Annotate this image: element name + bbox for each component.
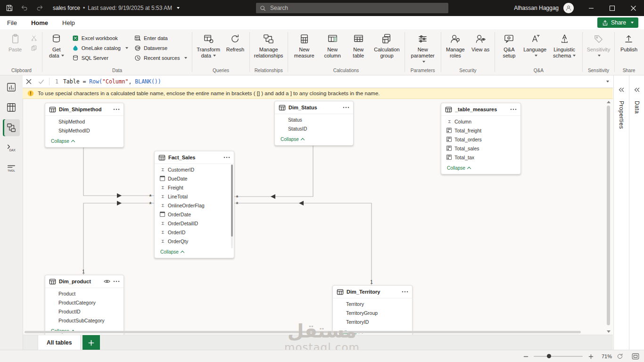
zoom-in-button[interactable]: [587, 353, 594, 360]
formula-cancel-button[interactable]: [23, 75, 35, 88]
maximize-button[interactable]: [602, 0, 623, 16]
manage-roles-button[interactable]: Manage roles: [443, 30, 468, 67]
tab-home[interactable]: Home: [24, 16, 55, 29]
table-card-table-measures[interactable]: _table_measures Column Total_freight Tot…: [441, 103, 521, 174]
table-card-header[interactable]: Dim_Status: [275, 101, 353, 114]
tab-file[interactable]: File: [0, 16, 24, 29]
new-parameter-button[interactable]: New parameter: [407, 30, 439, 67]
fit-to-page-button[interactable]: [632, 353, 639, 360]
table-view-button[interactable]: [3, 99, 20, 116]
zoom-out-button[interactable]: [522, 353, 529, 360]
excel-workbook-button[interactable]: Excel workbook: [69, 33, 131, 43]
formula-commit-button[interactable]: [35, 75, 47, 88]
avatar[interactable]: [563, 3, 574, 13]
share-button[interactable]: Share: [597, 17, 638, 28]
table-card-header[interactable]: Dim_product: [45, 275, 124, 288]
field-row[interactable]: OrderDetailID: [155, 219, 234, 228]
field-row[interactable]: Territory: [333, 299, 412, 308]
enter-data-button[interactable]: Enter data: [132, 33, 190, 43]
publish-button[interactable]: Publish: [617, 30, 641, 67]
more-options-icon[interactable]: [343, 107, 349, 108]
all-tables-tab[interactable]: All tables: [38, 335, 81, 350]
scrollbar-thumb[interactable]: [607, 106, 610, 325]
data-panel[interactable]: Data: [629, 75, 644, 350]
table-card-dim-territory[interactable]: Dim_Territory Territory TerritoryGroup T…: [332, 285, 413, 335]
canvas-horizontal-scrollbar[interactable]: [25, 330, 603, 334]
qa-setup-button[interactable]: Q&A setup: [497, 30, 521, 67]
field-row[interactable]: Product: [45, 289, 124, 298]
collapse-link[interactable]: Collapse: [281, 137, 304, 142]
language-button[interactable]: Language: [522, 30, 548, 67]
linguistic-schema-button[interactable]: Linguistic schema: [549, 30, 580, 67]
field-row[interactable]: Freight: [155, 183, 234, 192]
table-card-dim-product[interactable]: Dim_product Product ProductCategory Prod…: [45, 275, 124, 335]
sql-server-button[interactable]: SQL Server: [69, 53, 131, 63]
field-row[interactable]: OrderDate: [155, 210, 234, 219]
field-row[interactable]: ProductCategory: [45, 298, 124, 307]
dax-query-view-button[interactable]: DAX: [3, 140, 20, 156]
copy-button[interactable]: [28, 43, 40, 53]
cut-button[interactable]: [28, 33, 40, 43]
view-as-button[interactable]: View as: [468, 30, 493, 67]
manage-relationships-button[interactable]: Manage relationships: [252, 30, 286, 67]
field-row[interactable]: ShipMethod: [45, 117, 124, 126]
get-data-button[interactable]: Get data: [44, 30, 69, 67]
scroll-down-icon[interactable]: [607, 330, 611, 333]
tab-help[interactable]: Help: [55, 16, 82, 29]
field-row[interactable]: TerritoryGroup: [333, 308, 412, 317]
field-row[interactable]: CustomerID: [155, 165, 234, 174]
search-input[interactable]: [269, 4, 431, 12]
field-row[interactable]: Total_orders: [441, 135, 520, 144]
formula-expand-button[interactable]: [601, 81, 613, 82]
scrollbar-thumb[interactable]: [25, 331, 581, 333]
save-icon[interactable]: [4, 2, 15, 14]
paste-button[interactable]: Paste: [3, 30, 27, 67]
reset-zoom-button[interactable]: [617, 353, 623, 360]
eye-icon[interactable]: [104, 279, 110, 284]
field-row[interactable]: TerritoryID: [333, 317, 412, 326]
field-row[interactable]: Column: [441, 117, 520, 126]
field-row[interactable]: Total_freight: [441, 126, 520, 135]
onelake-catalog-button[interactable]: OneLake catalog: [69, 43, 131, 53]
more-options-icon[interactable]: [402, 291, 408, 293]
more-options-icon[interactable]: [510, 108, 517, 110]
field-row[interactable]: ProductSubCategory: [45, 316, 124, 325]
table-card-fact-sales[interactable]: Fact_Sales CustomerID DueDate Freight Li…: [154, 151, 234, 258]
collapse-link[interactable]: Collapse: [160, 249, 184, 255]
properties-panel[interactable]: Properties: [613, 75, 628, 350]
dataverse-button[interactable]: Dataverse: [132, 43, 190, 53]
field-row[interactable]: LineTotal: [155, 192, 234, 201]
refresh-button[interactable]: Refresh: [223, 30, 248, 67]
calculation-group-button[interactable]: Calculation group: [371, 30, 402, 67]
field-row[interactable]: OrderQty: [155, 237, 234, 246]
dax-formula[interactable]: Table = Row("Column", BLANK()): [63, 78, 601, 85]
search-box[interactable]: [256, 3, 448, 13]
scroll-up-icon[interactable]: [607, 101, 611, 103]
new-layout-button[interactable]: [83, 335, 100, 350]
model-canvas[interactable]: 1 1 1 1 * * * * Dim_Shipmethod ShipMetho…: [23, 99, 613, 335]
new-column-button[interactable]: New column: [319, 30, 346, 67]
field-row[interactable]: Total_tax: [441, 153, 520, 162]
table-card-header[interactable]: Fact_Sales: [155, 151, 234, 164]
field-row[interactable]: ProductID: [45, 307, 124, 316]
undo-icon[interactable]: [19, 2, 30, 14]
collapse-link[interactable]: Collapse: [51, 139, 74, 144]
transform-data-button[interactable]: Transform data: [194, 30, 223, 67]
recent-sources-button[interactable]: Recent sources: [132, 53, 190, 63]
close-button[interactable]: [623, 0, 644, 16]
zoom-slider[interactable]: [534, 356, 583, 357]
report-view-button[interactable]: [3, 79, 20, 96]
sensitivity-button[interactable]: Sensitivity: [585, 30, 613, 67]
minimize-button[interactable]: [580, 0, 602, 16]
more-options-icon[interactable]: [223, 156, 230, 158]
model-view-button[interactable]: [3, 119, 20, 136]
new-table-button[interactable]: New table: [346, 30, 371, 67]
field-row[interactable]: OrderID: [155, 228, 234, 237]
canvas-vertical-scrollbar[interactable]: [606, 101, 611, 333]
table-card-header[interactable]: _table_measures: [441, 103, 520, 116]
table-card-header[interactable]: Dim_Shipmethod: [45, 103, 124, 116]
field-row[interactable]: Total_sales: [441, 144, 520, 153]
zoom-slider-thumb[interactable]: [547, 354, 551, 358]
redo-icon[interactable]: [34, 2, 45, 14]
table-card-header[interactable]: Dim_Territory: [333, 286, 412, 298]
